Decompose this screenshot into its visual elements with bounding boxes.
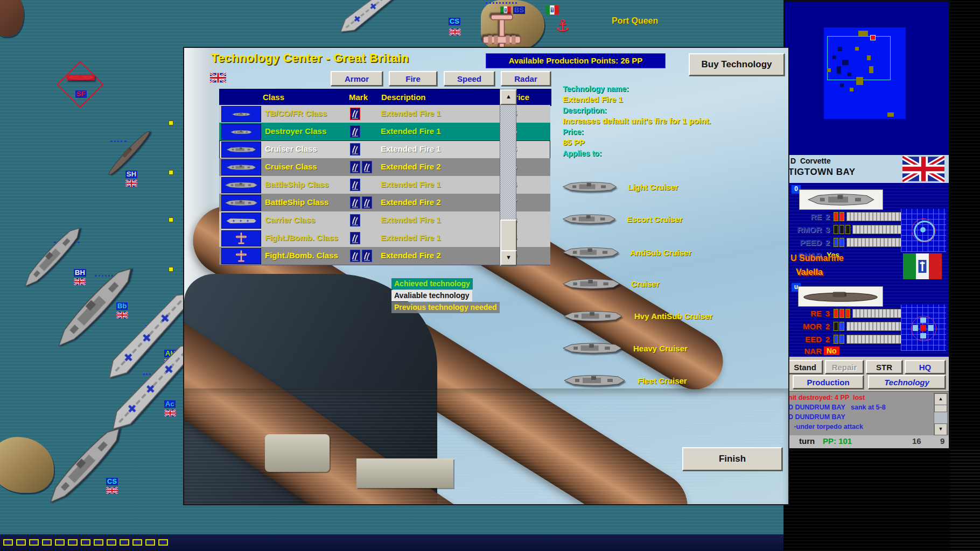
ship-class-icon [221, 213, 261, 229]
log-line: nit destroyed: 4 PP lost [788, 394, 865, 401]
map-unit-label[interactable]: SH [125, 171, 137, 178]
applies-item: Cruiser [561, 273, 660, 294]
carrier-sprite[interactable] [331, 0, 418, 43]
cruiser-silhouette-icon [561, 310, 625, 322]
status-number: 9 [940, 436, 944, 446]
str-button[interactable]: STR [866, 360, 902, 374]
log-scrollbar[interactable]: ▲ ▼ [934, 393, 948, 436]
cruiser-silhouette-icon [561, 278, 621, 290]
scroll-up-icon[interactable]: ▲ [500, 89, 517, 105]
photo-bottom-right [783, 450, 980, 551]
technology-legend: Achieved technology Avaliable technology… [391, 278, 526, 314]
unit-slot[interactable] [94, 539, 103, 546]
unit-slot[interactable] [81, 539, 90, 546]
production-button[interactable]: Production [793, 375, 864, 389]
pp-total: PP: 101 [823, 436, 852, 446]
tech-name-label: Technology name: [563, 83, 783, 94]
hq-button[interactable]: HQ [905, 360, 946, 374]
map-unit-label[interactable]: Bb [116, 302, 128, 310]
status-bar: turn PP: 101 16 9 [785, 435, 949, 448]
status-number: 16 [912, 436, 921, 446]
fire-mark-icon [350, 179, 360, 191]
unit-slot[interactable] [29, 539, 39, 546]
unit-slot[interactable] [55, 539, 65, 546]
scrollbar-thumb[interactable] [500, 220, 517, 252]
waypoint-dot [169, 121, 173, 125]
applies-item: Heavy Cruiser [561, 337, 688, 359]
technology-button[interactable]: Technology [868, 375, 946, 389]
legend-needed: Previous technology needed [391, 302, 500, 313]
port-anchor-icon[interactable]: ⚓ [555, 16, 570, 35]
fire-mark-icon [350, 161, 360, 173]
mark-icons [350, 143, 360, 156]
fire-mark-icon [350, 108, 360, 120]
unit-slot[interactable] [68, 539, 78, 546]
unit-slot[interactable] [120, 539, 129, 546]
tech-price-value: 85 PP [563, 137, 783, 148]
waypoint-dot [169, 170, 173, 175]
ship-class-icon [221, 159, 261, 175]
message-log[interactable]: nit destroyed: 4 PP lost D DUNDRUM BAY s… [785, 391, 949, 436]
plane-class-icon [221, 248, 261, 264]
mark-icons [350, 108, 360, 120]
unit-slot[interactable] [16, 539, 26, 546]
map-unit-label[interactable]: CS [106, 478, 118, 485]
tab-speed[interactable]: Speed [444, 71, 495, 86]
scroll-up-icon[interactable]: ▲ [934, 393, 947, 405]
unit-slot[interactable] [42, 539, 52, 546]
map-unit-label[interactable]: Ac [164, 400, 176, 408]
map-unit-label[interactable]: BH [74, 269, 86, 277]
mark-icons [350, 125, 360, 138]
uk-flag-icon [125, 180, 137, 187]
contact-diamond-marker[interactable] [57, 61, 104, 108]
dialog-title: Technology Center - Great Britain [211, 51, 409, 65]
island [0, 437, 54, 493]
unit-slot[interactable] [3, 539, 13, 546]
fire-mark-icon [350, 250, 360, 262]
stand-button[interactable]: Stand [787, 360, 823, 374]
tab-radar[interactable]: Radar [501, 71, 551, 86]
tab-fire[interactable]: Fire [389, 71, 437, 86]
minimap[interactable] [824, 27, 906, 119]
uk-flag-icon [449, 29, 461, 36]
map-unit-label[interactable]: CS [449, 18, 460, 25]
ship-class-icon [221, 142, 261, 158]
log-line: D DUNDRUM BAY [788, 413, 845, 421]
applies-item: Hvy AntiSub Cruiser [561, 305, 712, 327]
movement-trail [110, 140, 127, 142]
mark-icons [350, 250, 372, 262]
cruiser-silhouette-icon [561, 342, 624, 355]
scroll-down-icon[interactable]: ▼ [500, 250, 517, 266]
uk-flag-icon [74, 278, 86, 285]
fire-mark-icon [362, 196, 372, 209]
unit-slot-bar[interactable] [0, 534, 783, 551]
enemy-sub-silhouette [798, 286, 883, 307]
command-button-zone: Stand Repair STR HQ Production Technolog… [785, 357, 949, 391]
scrollbar-thumb[interactable] [934, 405, 947, 412]
unit-slot[interactable] [107, 539, 116, 546]
right-sidebar: D Corvette TIGTOWN BAY 0 RE 2 RMOR 3 [783, 0, 950, 450]
tab-armor[interactable]: Armor [331, 71, 383, 86]
mark-icons [350, 232, 360, 244]
buy-technology-button[interactable]: Buy Technology [689, 53, 785, 76]
log-line: -under torpedo attack [788, 423, 863, 430]
unit-slot[interactable] [145, 539, 155, 546]
table-scrollbar[interactable]: ▲ ▼ [500, 89, 516, 266]
log-line: D DUNDRUM BAY sank at 5-8 [788, 404, 886, 411]
unit-name: TIGTOWN BAY [788, 167, 856, 178]
cruiser-silhouette-icon [561, 246, 620, 258]
stat-speed: EED 2 [790, 334, 904, 344]
stat-fire: RE 3 [790, 308, 903, 319]
finish-button[interactable]: Finish [682, 447, 782, 471]
applies-item: Escort Cruiser [561, 208, 682, 230]
scroll-down-icon[interactable]: ▼ [934, 423, 947, 435]
stat-sonar: NAR No [790, 345, 839, 356]
unit-slot[interactable] [158, 539, 168, 546]
port-name-label: Port Queen [612, 16, 658, 26]
repair-button[interactable]: Repair [825, 360, 864, 374]
map-unit-label[interactable]: SF [75, 90, 87, 98]
tech-price-label: Price: [563, 126, 783, 137]
unit-slot[interactable] [132, 539, 142, 546]
fire-mark-icon [362, 250, 372, 262]
tech-name-value: Extended Fire 1 [563, 94, 783, 105]
